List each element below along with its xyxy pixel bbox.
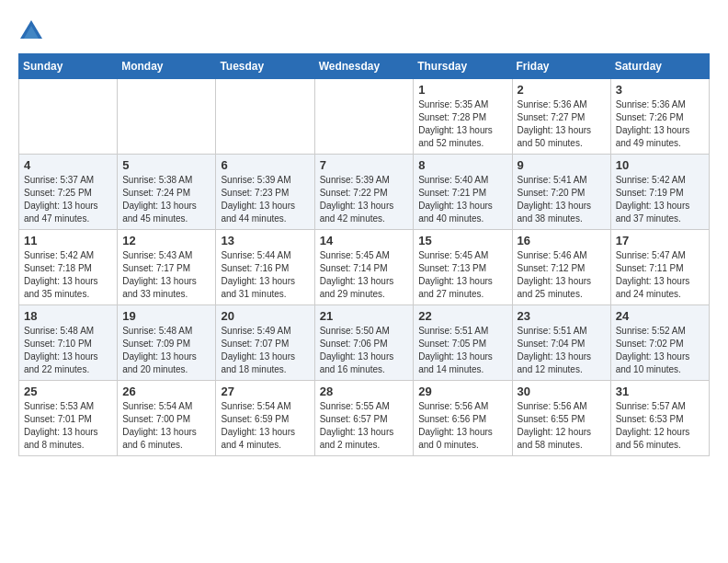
calendar-cell [314, 79, 414, 155]
day-number: 27 [221, 385, 309, 398]
day-number: 31 [616, 385, 704, 398]
day-number: 10 [616, 158, 704, 172]
day-info: Sunrise: 5:39 AM Sunset: 7:22 PM Dayligh… [320, 174, 409, 225]
calendar-cell [118, 79, 216, 155]
day-number: 25 [24, 385, 112, 398]
day-number: 28 [320, 385, 409, 398]
day-number: 29 [418, 385, 506, 398]
day-info: Sunrise: 5:36 AM Sunset: 7:27 PM Dayligh… [518, 98, 606, 150]
day-info: Sunrise: 5:35 AM Sunset: 7:28 PM Dayligh… [418, 98, 506, 150]
day-number: 6 [221, 158, 309, 172]
calendar-cell: 23Sunrise: 5:51 AM Sunset: 7:04 PM Dayli… [512, 305, 610, 381]
day-number: 13 [221, 234, 309, 247]
day-number: 12 [122, 234, 210, 247]
calendar-cell: 27Sunrise: 5:54 AM Sunset: 6:59 PM Dayli… [216, 381, 314, 456]
day-number: 16 [518, 234, 606, 247]
calendar-cell: 28Sunrise: 5:55 AM Sunset: 6:57 PM Dayli… [314, 381, 414, 456]
day-info: Sunrise: 5:47 AM Sunset: 7:11 PM Dayligh… [616, 249, 704, 301]
day-number: 17 [616, 234, 704, 247]
day-info: Sunrise: 5:42 AM Sunset: 7:19 PM Dayligh… [616, 174, 704, 225]
day-info: Sunrise: 5:45 AM Sunset: 7:14 PM Dayligh… [320, 249, 409, 301]
calendar-cell: 9Sunrise: 5:41 AM Sunset: 7:20 PM Daylig… [512, 155, 610, 230]
day-number: 2 [518, 83, 606, 97]
day-info: Sunrise: 5:42 AM Sunset: 7:18 PM Dayligh… [24, 249, 112, 301]
day-info: Sunrise: 5:44 AM Sunset: 7:16 PM Dayligh… [221, 249, 309, 301]
day-number: 7 [320, 158, 409, 172]
calendar-cell: 19Sunrise: 5:48 AM Sunset: 7:09 PM Dayli… [118, 305, 216, 381]
calendar-cell: 22Sunrise: 5:51 AM Sunset: 7:05 PM Dayli… [414, 305, 512, 381]
calendar-cell: 18Sunrise: 5:48 AM Sunset: 7:10 PM Dayli… [19, 305, 118, 381]
calendar-cell: 21Sunrise: 5:50 AM Sunset: 7:06 PM Dayli… [314, 305, 414, 381]
calendar-cell: 6Sunrise: 5:39 AM Sunset: 7:23 PM Daylig… [216, 155, 314, 230]
day-info: Sunrise: 5:48 AM Sunset: 7:10 PM Dayligh… [24, 325, 112, 376]
day-number: 3 [616, 83, 704, 97]
logo [18, 18, 48, 44]
day-info: Sunrise: 5:48 AM Sunset: 7:09 PM Dayligh… [122, 325, 210, 376]
logo-icon [18, 18, 44, 44]
day-number: 1 [418, 83, 506, 97]
calendar-cell: 1Sunrise: 5:35 AM Sunset: 7:28 PM Daylig… [414, 79, 512, 155]
calendar-cell: 14Sunrise: 5:45 AM Sunset: 7:14 PM Dayli… [314, 230, 414, 305]
calendar-week-row: 11Sunrise: 5:42 AM Sunset: 7:18 PM Dayli… [19, 230, 710, 305]
calendar-header-monday: Monday [118, 54, 216, 79]
calendar-cell: 12Sunrise: 5:43 AM Sunset: 7:17 PM Dayli… [118, 230, 216, 305]
calendar-cell [216, 79, 314, 155]
calendar-table: SundayMondayTuesdayWednesdayThursdayFrid… [18, 53, 710, 456]
day-number: 18 [24, 309, 112, 323]
calendar-cell: 25Sunrise: 5:53 AM Sunset: 7:01 PM Dayli… [19, 381, 118, 456]
day-number: 22 [418, 309, 506, 323]
day-info: Sunrise: 5:56 AM Sunset: 6:56 PM Dayligh… [418, 400, 506, 452]
calendar-cell: 13Sunrise: 5:44 AM Sunset: 7:16 PM Dayli… [216, 230, 314, 305]
calendar-cell [19, 79, 118, 155]
day-info: Sunrise: 5:49 AM Sunset: 7:07 PM Dayligh… [221, 325, 309, 376]
day-info: Sunrise: 5:55 AM Sunset: 6:57 PM Dayligh… [320, 400, 409, 452]
day-number: 4 [24, 158, 112, 172]
calendar-cell: 3Sunrise: 5:36 AM Sunset: 7:26 PM Daylig… [610, 79, 709, 155]
calendar-cell: 15Sunrise: 5:45 AM Sunset: 7:13 PM Dayli… [414, 230, 512, 305]
calendar-cell: 31Sunrise: 5:57 AM Sunset: 6:53 PM Dayli… [610, 381, 709, 456]
calendar-week-row: 1Sunrise: 5:35 AM Sunset: 7:28 PM Daylig… [19, 79, 710, 155]
day-number: 23 [518, 309, 606, 323]
calendar-cell: 10Sunrise: 5:42 AM Sunset: 7:19 PM Dayli… [610, 155, 709, 230]
calendar-cell: 20Sunrise: 5:49 AM Sunset: 7:07 PM Dayli… [216, 305, 314, 381]
calendar-header-wednesday: Wednesday [314, 54, 414, 79]
day-info: Sunrise: 5:40 AM Sunset: 7:21 PM Dayligh… [418, 174, 506, 225]
calendar-cell: 17Sunrise: 5:47 AM Sunset: 7:11 PM Dayli… [610, 230, 709, 305]
calendar-header-tuesday: Tuesday [216, 54, 314, 79]
day-info: Sunrise: 5:36 AM Sunset: 7:26 PM Dayligh… [616, 98, 704, 150]
calendar-cell: 30Sunrise: 5:56 AM Sunset: 6:55 PM Dayli… [512, 381, 610, 456]
calendar-cell: 4Sunrise: 5:37 AM Sunset: 7:25 PM Daylig… [19, 155, 118, 230]
day-info: Sunrise: 5:50 AM Sunset: 7:06 PM Dayligh… [320, 325, 409, 376]
day-info: Sunrise: 5:52 AM Sunset: 7:02 PM Dayligh… [616, 325, 704, 376]
day-number: 8 [418, 158, 506, 172]
day-number: 20 [221, 309, 309, 323]
day-info: Sunrise: 5:45 AM Sunset: 7:13 PM Dayligh… [418, 249, 506, 301]
day-info: Sunrise: 5:38 AM Sunset: 7:24 PM Dayligh… [122, 174, 210, 225]
calendar-week-row: 25Sunrise: 5:53 AM Sunset: 7:01 PM Dayli… [19, 381, 710, 456]
calendar-cell: 8Sunrise: 5:40 AM Sunset: 7:21 PM Daylig… [414, 155, 512, 230]
day-number: 5 [122, 158, 210, 172]
page-header [18, 18, 710, 44]
calendar-cell: 29Sunrise: 5:56 AM Sunset: 6:56 PM Dayli… [414, 381, 512, 456]
day-number: 15 [418, 234, 506, 247]
day-info: Sunrise: 5:51 AM Sunset: 7:05 PM Dayligh… [418, 325, 506, 376]
calendar-header-row: SundayMondayTuesdayWednesdayThursdayFrid… [19, 54, 710, 79]
day-info: Sunrise: 5:43 AM Sunset: 7:17 PM Dayligh… [122, 249, 210, 301]
calendar-header-thursday: Thursday [414, 54, 512, 79]
day-info: Sunrise: 5:41 AM Sunset: 7:20 PM Dayligh… [518, 174, 606, 225]
day-info: Sunrise: 5:46 AM Sunset: 7:12 PM Dayligh… [518, 249, 606, 301]
calendar-week-row: 4Sunrise: 5:37 AM Sunset: 7:25 PM Daylig… [19, 155, 710, 230]
day-info: Sunrise: 5:53 AM Sunset: 7:01 PM Dayligh… [24, 400, 112, 452]
day-info: Sunrise: 5:54 AM Sunset: 6:59 PM Dayligh… [221, 400, 309, 452]
day-number: 9 [518, 158, 606, 172]
day-info: Sunrise: 5:51 AM Sunset: 7:04 PM Dayligh… [518, 325, 606, 376]
day-info: Sunrise: 5:56 AM Sunset: 6:55 PM Dayligh… [518, 400, 606, 452]
day-number: 21 [320, 309, 409, 323]
calendar-cell: 26Sunrise: 5:54 AM Sunset: 7:00 PM Dayli… [118, 381, 216, 456]
calendar-cell: 7Sunrise: 5:39 AM Sunset: 7:22 PM Daylig… [314, 155, 414, 230]
day-info: Sunrise: 5:37 AM Sunset: 7:25 PM Dayligh… [24, 174, 112, 225]
calendar-cell: 5Sunrise: 5:38 AM Sunset: 7:24 PM Daylig… [118, 155, 216, 230]
calendar-header-friday: Friday [512, 54, 610, 79]
calendar-cell: 2Sunrise: 5:36 AM Sunset: 7:27 PM Daylig… [512, 79, 610, 155]
day-info: Sunrise: 5:54 AM Sunset: 7:00 PM Dayligh… [122, 400, 210, 452]
